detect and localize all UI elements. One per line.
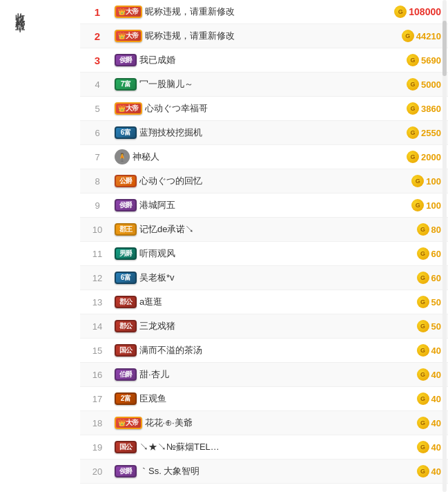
user-badge: 国公 (115, 441, 137, 453)
coin-value: 44210 (416, 31, 441, 41)
list-item[interactable]: 5👑大帝心动ぐつ幸福哥G3860 (80, 97, 448, 121)
user-badge: 👑大帝 (115, 6, 142, 18)
scrollbar-thumb[interactable] (442, 21, 447, 76)
coin-icon: G (407, 78, 419, 91)
coin-icon: G (407, 151, 419, 163)
user-name: 昵称违规，请重新修改 (145, 6, 380, 18)
coin-value: 2550 (421, 128, 441, 138)
user-name: 吴老板*v (139, 272, 379, 284)
coin-icon: G (417, 368, 429, 381)
coin-area: G2000 (379, 151, 441, 163)
list-item[interactable]: 15国公满而不溢的茶汤G40 (80, 339, 448, 363)
user-badge: 7富 (115, 78, 137, 91)
list-item[interactable]: 2👑大帝昵称违规，请重新修改G44210 (80, 24, 448, 48)
rank-number: 10 (80, 225, 115, 235)
coin-icon: G (417, 417, 429, 429)
rank-number: 9 (80, 200, 115, 211)
user-name: 冖一股脑儿～ (139, 78, 379, 91)
user-name: 花花·⊕·美爺 (145, 417, 380, 429)
user-badge: 👑大帝 (115, 417, 142, 429)
user-badge: 6富 (115, 126, 137, 139)
rank-number: 2 (80, 30, 115, 42)
coin-area: G40 (379, 392, 441, 405)
user-badge: 2富 (115, 392, 137, 405)
list-item[interactable]: 8公爵心动ぐつ的回忆G100 (80, 169, 448, 193)
list-item[interactable]: 18👑大帝花花·⊕·美爺G40 (80, 411, 448, 435)
list-item[interactable]: 14郡公三龙戏猪G50 (80, 314, 448, 339)
rank-number: 11 (80, 249, 115, 259)
coin-icon: G (417, 441, 429, 453)
list-item[interactable]: 126富吴老板*vG60 (80, 266, 448, 290)
coin-icon: G (411, 175, 424, 187)
coin-area: G2550 (379, 126, 441, 139)
coin-value: 40 (431, 370, 441, 380)
list-item[interactable]: 3侯爵我已成婚G5690 (80, 48, 448, 73)
rank-number: 16 (80, 370, 115, 380)
coin-area: G3860 (379, 102, 441, 115)
list-item[interactable]: 11男爵听雨观风G60 (80, 242, 448, 266)
user-badge: 公爵 (115, 175, 137, 187)
list-item[interactable]: 47富冖一股脑儿～G5000 (80, 73, 448, 97)
list-item[interactable]: 172富臣观鱼G40 (80, 387, 448, 411)
list-item[interactable]: 20侯爵｀Ss. 大象智明G40 (80, 460, 448, 484)
leaderboard-container: 收起榜单 ∧ 1👑大帝昵称违规，请重新修改G1080002👑大帝昵称违规，请重新… (0, 0, 448, 484)
user-name: 港城阿五 (139, 199, 379, 211)
coin-area: G50 (379, 296, 441, 308)
coin-value: 108000 (409, 6, 441, 17)
list-item[interactable]: 7🧍神秘人G2000 (80, 145, 448, 169)
user-name: 甜·杏儿 (139, 368, 379, 381)
user-name: ｀Ss. 大象智明 (139, 465, 379, 477)
coin-area: G60 (379, 272, 441, 284)
coin-area: G108000 (379, 6, 441, 18)
rank-number: 7 (80, 152, 115, 162)
rank-number: 20 (80, 466, 115, 477)
user-badge: 6富 (115, 272, 137, 284)
rank-number: 4 (80, 79, 115, 90)
list-item[interactable]: 19国公↘★↘№蘇烟TEL…G40 (80, 435, 448, 460)
coin-area: G40 (379, 465, 441, 477)
mystery-icon: 🧍 (115, 149, 130, 164)
user-name: 我已成婚 (139, 54, 379, 66)
coin-value: 5000 (421, 79, 441, 90)
sidebar-title[interactable]: 收起榜单 (14, 6, 26, 17)
coin-icon: G (417, 272, 429, 284)
list-item[interactable]: 1👑大帝昵称违规，请重新修改G108000 (80, 0, 448, 24)
rank-number: 3 (80, 55, 115, 66)
rank-number: 1 (80, 6, 115, 18)
user-name: 神秘人 (133, 151, 379, 163)
coin-icon: G (417, 247, 429, 260)
rank-number: 15 (80, 346, 115, 356)
rank-number: 14 (80, 321, 115, 332)
user-name: 昵称违规，请重新修改 (145, 30, 380, 42)
coin-area: G44210 (379, 30, 441, 42)
list-item[interactable]: 13郡公a逛逛G50 (80, 290, 448, 314)
list-item[interactable]: 10郡王记忆de承诺↘G80 (80, 218, 448, 242)
rank-number: 18 (80, 418, 115, 428)
coin-value: 40 (431, 442, 441, 453)
rank-number: 17 (80, 394, 115, 404)
user-badge: 郡公 (115, 320, 137, 332)
user-badge: 侯爵 (115, 199, 137, 211)
coin-value: 100 (426, 200, 441, 211)
coin-icon: G (407, 54, 419, 66)
coin-icon: G (407, 102, 419, 115)
coin-icon: G (417, 320, 429, 332)
user-name: 蓝翔技校挖掘机 (139, 126, 379, 139)
sidebar-arrow[interactable]: ∧ (17, 22, 23, 32)
list-item[interactable]: 9侯爵港城阿五G100 (80, 193, 448, 218)
user-badge: 郡公 (115, 296, 137, 308)
coin-value: 40 (431, 394, 441, 404)
coin-icon: G (417, 465, 429, 477)
list-item[interactable]: 16伯爵甜·杏儿G40 (80, 363, 448, 387)
user-name: 臣观鱼 (139, 392, 379, 405)
user-badge: 👑大帝 (115, 102, 142, 115)
list-item[interactable]: 66富蓝翔技校挖掘机G2550 (80, 121, 448, 145)
user-badge: 国公 (115, 344, 137, 357)
rank-number: 5 (80, 104, 115, 114)
coin-icon: G (417, 296, 429, 308)
user-name: 心动ぐつ幸福哥 (145, 102, 380, 115)
scrollbar[interactable] (442, 0, 447, 492)
coin-area: G40 (379, 441, 441, 453)
coin-value: 60 (431, 249, 441, 259)
user-name: a逛逛 (139, 296, 379, 308)
